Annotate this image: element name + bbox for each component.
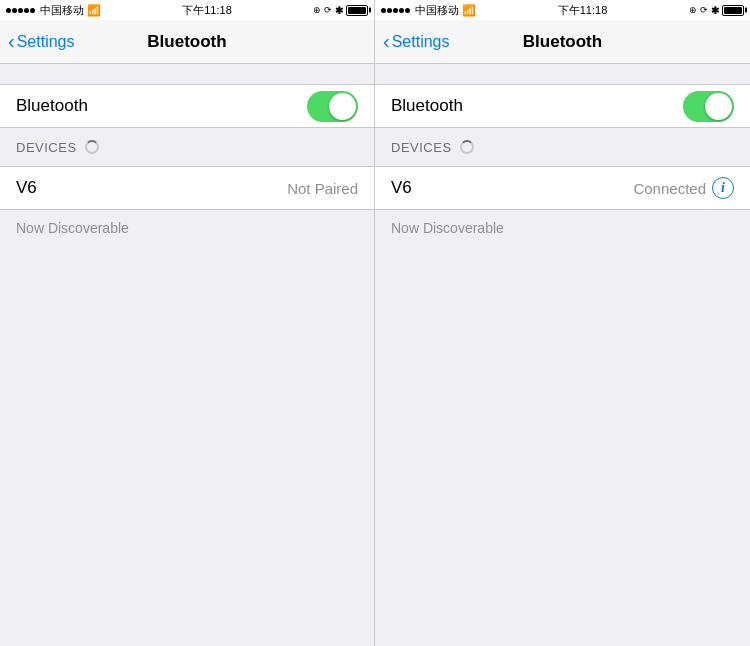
bluetooth-section-left: Bluetooth bbox=[0, 84, 374, 128]
carrier-label: 中国移动 bbox=[40, 3, 84, 18]
device-status-text-left: Not Paired bbox=[287, 180, 358, 197]
panel-right: 中国移动 📶 下午11:18 ⊕ ⟳ ✱ ‹ Settings Bluetoot… bbox=[375, 0, 750, 646]
location-icon: ⊕ bbox=[313, 5, 321, 15]
devices-label-right: DEVICES bbox=[391, 140, 452, 155]
bluetooth-row-right: Bluetooth bbox=[375, 84, 750, 128]
back-button-right[interactable]: ‹ Settings bbox=[383, 32, 449, 51]
device-status-right: Connected i bbox=[633, 177, 734, 199]
device-row-left[interactable]: V6 Not Paired bbox=[0, 166, 374, 210]
discoverable-text-right: Now Discoverable bbox=[391, 220, 504, 236]
battery-icon bbox=[346, 5, 368, 16]
back-chevron-left: ‹ bbox=[8, 31, 15, 51]
device-status-left: Not Paired bbox=[287, 180, 358, 197]
bluetooth-row-left: Bluetooth bbox=[0, 84, 374, 128]
back-button-left[interactable]: ‹ Settings bbox=[8, 32, 74, 51]
status-left: 中国移动 📶 bbox=[6, 3, 101, 18]
page-title-right: Bluetooth bbox=[523, 32, 602, 52]
devices-label-left: DEVICES bbox=[16, 140, 77, 155]
dot2 bbox=[12, 8, 17, 13]
rdot2 bbox=[387, 8, 392, 13]
status-right-right: ⊕ ⟳ ✱ bbox=[689, 5, 744, 16]
rdot1 bbox=[381, 8, 386, 13]
bluetooth-toggle-left[interactable] bbox=[307, 91, 358, 122]
discoverable-left: Now Discoverable bbox=[0, 210, 374, 246]
bluetooth-section-right: Bluetooth bbox=[375, 84, 750, 128]
rdot4 bbox=[399, 8, 404, 13]
discoverable-text-left: Now Discoverable bbox=[16, 220, 129, 236]
battery-fill-right bbox=[724, 7, 742, 14]
wifi-icon-right: 📶 bbox=[462, 4, 476, 17]
status-bar-right: 中国移动 📶 下午11:18 ⊕ ⟳ ✱ bbox=[375, 0, 750, 20]
nav-bar-right: ‹ Settings Bluetooth bbox=[375, 20, 750, 64]
battery-fill bbox=[348, 7, 366, 14]
devices-header-left: DEVICES bbox=[0, 128, 374, 166]
back-chevron-right: ‹ bbox=[383, 31, 390, 51]
info-icon-symbol: i bbox=[721, 180, 725, 196]
rotate-icon: ⟳ bbox=[324, 5, 332, 15]
location-icon-right: ⊕ bbox=[689, 5, 697, 15]
time-label-right: 下午11:18 bbox=[558, 3, 608, 18]
back-label-left: Settings bbox=[17, 33, 75, 51]
signal-dots-right bbox=[381, 8, 410, 13]
dot4 bbox=[24, 8, 29, 13]
dot1 bbox=[6, 8, 11, 13]
bluetooth-label-left: Bluetooth bbox=[16, 96, 88, 116]
carrier-label-right: 中国移动 bbox=[415, 3, 459, 18]
wifi-icon: 📶 bbox=[87, 4, 101, 17]
bluetooth-toggle-right[interactable] bbox=[683, 91, 734, 122]
info-button-right[interactable]: i bbox=[712, 177, 734, 199]
devices-header-right: DEVICES bbox=[375, 128, 750, 166]
rotate-icon-right: ⟳ bbox=[700, 5, 708, 15]
bluetooth-status-icon: ✱ bbox=[335, 5, 343, 16]
back-label-right: Settings bbox=[392, 33, 450, 51]
device-name-left: V6 bbox=[16, 178, 37, 198]
status-left-right: 中国移动 📶 bbox=[381, 3, 476, 18]
status-right: ⊕ ⟳ ✱ bbox=[313, 5, 368, 16]
dot5 bbox=[30, 8, 35, 13]
signal-dots bbox=[6, 8, 35, 13]
panel-left: 中国移动 📶 下午11:18 ⊕ ⟳ ✱ ‹ Settings Bluetoot… bbox=[0, 0, 375, 646]
time-label: 下午11:18 bbox=[182, 3, 232, 18]
discoverable-right: Now Discoverable bbox=[375, 210, 750, 246]
bluetooth-label-right: Bluetooth bbox=[391, 96, 463, 116]
scanning-spinner-right bbox=[460, 140, 474, 154]
toggle-knob-right bbox=[705, 93, 732, 120]
page-title-left: Bluetooth bbox=[147, 32, 226, 52]
nav-bar-left: ‹ Settings Bluetooth bbox=[0, 20, 374, 64]
battery-icon-right bbox=[722, 5, 744, 16]
rdot5 bbox=[405, 8, 410, 13]
scanning-spinner-left bbox=[85, 140, 99, 154]
toggle-knob-left bbox=[329, 93, 356, 120]
device-status-text-right: Connected bbox=[633, 180, 706, 197]
rdot3 bbox=[393, 8, 398, 13]
device-name-right: V6 bbox=[391, 178, 412, 198]
dot3 bbox=[18, 8, 23, 13]
device-row-right[interactable]: V6 Connected i bbox=[375, 166, 750, 210]
bluetooth-status-icon-right: ✱ bbox=[711, 5, 719, 16]
status-bar-left: 中国移动 📶 下午11:18 ⊕ ⟳ ✱ bbox=[0, 0, 374, 20]
